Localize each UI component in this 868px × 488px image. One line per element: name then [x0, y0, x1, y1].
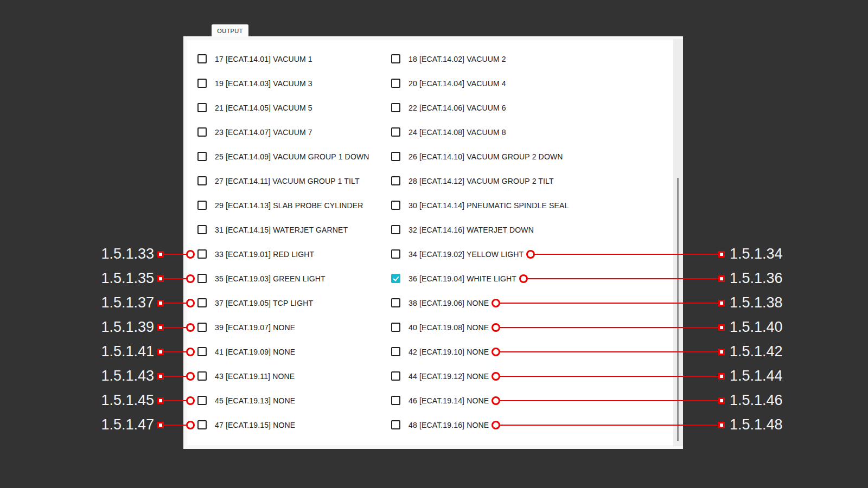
annotation-circle — [186, 372, 195, 381]
annotation-square-marker — [718, 300, 725, 306]
annotation-label: 1.5.1.34 — [730, 245, 783, 262]
output-item: 27 [ECAT.14.11] VACUUM GROUP 1 TILT — [197, 169, 391, 193]
output-row: 31 [ECAT.14.15] WATERJET GARNET32 [ECAT.… — [197, 217, 669, 242]
annotation-square-marker — [157, 397, 164, 404]
output-row: 35 [ECAT.19.03] GREEN LIGHT36 [ECAT.19.0… — [197, 266, 669, 291]
scrollbar-track[interactable] — [673, 39, 683, 446]
checkbox[interactable] — [197, 298, 207, 307]
output-item: 44 [ECAT.19.12] NONE — [391, 364, 500, 388]
checkbox[interactable] — [391, 127, 400, 137]
annotation-square-marker — [157, 422, 164, 428]
checkbox[interactable] — [391, 201, 400, 210]
output-item: 47 [ECAT.19.15] NONE — [197, 413, 391, 437]
checkbox[interactable] — [391, 103, 400, 112]
checkbox[interactable] — [197, 371, 207, 381]
checkbox[interactable] — [391, 396, 400, 405]
checkbox-label: 47 [ECAT.19.15] NONE — [215, 421, 295, 429]
checkbox[interactable] — [197, 225, 207, 234]
checkbox[interactable] — [391, 420, 400, 429]
tab-output[interactable]: OUTPUT — [212, 24, 248, 37]
checkbox-label: 48 [ECAT.19.16] NONE — [409, 421, 489, 429]
checkbox[interactable] — [391, 274, 400, 283]
checkbox[interactable] — [391, 54, 400, 63]
checkbox-label: 30 [ECAT.14.14] PNEUMATIC SPINDLE SEAL — [409, 201, 569, 210]
scrollbar-thumb[interactable] — [677, 178, 679, 441]
checkbox[interactable] — [391, 225, 400, 234]
checkbox[interactable] — [197, 79, 207, 88]
checkbox-label: 28 [ECAT.14.12] VACUUM GROUP 2 TILT — [409, 177, 554, 185]
checkbox[interactable] — [197, 420, 207, 429]
checkbox[interactable] — [197, 103, 207, 112]
checkbox-label: 41 [ECAT.19.09] NONE — [215, 348, 295, 356]
checkbox[interactable] — [197, 152, 207, 161]
output-item: 35 [ECAT.19.03] GREEN LIGHT — [197, 266, 391, 291]
annotation-label: 1.5.1.35 — [101, 269, 154, 286]
output-item: 28 [ECAT.14.12] VACUUM GROUP 2 TILT — [391, 169, 554, 193]
checkbox[interactable] — [391, 176, 400, 185]
checkbox[interactable] — [391, 249, 400, 259]
annotation-label: 1.5.1.42 — [730, 343, 783, 359]
annotation-circle — [186, 250, 195, 259]
annotation-square-marker — [157, 373, 164, 380]
output-item: 18 [ECAT.14.02] VACUUM 2 — [391, 47, 506, 71]
output-item: 36 [ECAT.19.04] WHITE LIGHT — [391, 266, 528, 291]
output-item: 22 [ECAT.14.06] VACUUM 6 — [391, 95, 506, 120]
annotation-label: 1.5.1.38 — [730, 294, 783, 311]
output-row: 27 [ECAT.14.11] VACUUM GROUP 1 TILT28 [E… — [197, 169, 669, 193]
checkbox-label: 20 [ECAT.14.04] VACUUM 4 — [409, 79, 506, 88]
checkbox[interactable] — [197, 201, 207, 210]
output-item: 32 [ECAT.14.16] WATERJET DOWN — [391, 217, 534, 242]
output-row: 43 [ECAT.19.11] NONE44 [ECAT.19.12] NONE — [197, 364, 669, 388]
checkbox-label: 44 [ECAT.19.12] NONE — [409, 372, 489, 381]
output-row: 39 [ECAT.19.07] NONE40 [ECAT.19.08] NONE — [197, 315, 669, 339]
output-item: 42 [ECAT.19.10] NONE — [391, 339, 500, 364]
checkbox[interactable] — [197, 323, 207, 332]
output-item: 21 [ECAT.14.05] VACUUM 5 — [197, 95, 391, 120]
checkbox[interactable] — [197, 396, 207, 405]
checkbox[interactable] — [391, 79, 400, 88]
annotation-circle — [492, 323, 500, 332]
annotation-circle — [186, 323, 195, 332]
output-item: 31 [ECAT.14.15] WATERJET GARNET — [197, 217, 391, 242]
checkbox[interactable] — [197, 176, 207, 185]
output-item: 26 [ECAT.14.10] VACUUM GROUP 2 DOWN — [391, 144, 563, 169]
output-row: 37 [ECAT.19.05] TCP LIGHT38 [ECAT.19.06]… — [197, 291, 669, 315]
checkbox[interactable] — [197, 347, 207, 356]
output-item: 38 [ECAT.19.06] NONE — [391, 291, 500, 315]
annotation-square-marker — [157, 275, 164, 282]
annotation-square-marker — [718, 422, 725, 428]
annotation-circle — [492, 348, 500, 356]
annotation-circle — [186, 348, 195, 356]
checkbox[interactable] — [197, 249, 207, 259]
annotation-label: 1.5.1.48 — [730, 416, 783, 433]
annotation-square-marker — [157, 349, 164, 355]
annotation-label: 1.5.1.40 — [730, 318, 783, 335]
checkbox[interactable] — [197, 127, 207, 137]
checkbox[interactable] — [391, 298, 400, 307]
checkbox-label: 22 [ECAT.14.06] VACUUM 6 — [409, 104, 506, 112]
output-row: 17 [ECAT.14.01] VACUUM 118 [ECAT.14.02] … — [197, 47, 669, 71]
checkbox[interactable] — [391, 347, 400, 356]
checkbox[interactable] — [197, 54, 207, 63]
checkbox[interactable] — [391, 152, 400, 161]
checkbox-label: 34 [ECAT.19.02] YELLOW LIGHT — [409, 250, 524, 259]
annotation-square-marker — [718, 275, 725, 282]
checkbox[interactable] — [197, 274, 207, 283]
checkbox-label: 29 [ECAT.14.13] SLAB PROBE CYLINDER — [215, 201, 363, 210]
annotation-label: 1.5.1.39 — [101, 318, 154, 335]
annotation-label: 1.5.1.47 — [101, 416, 154, 433]
checkbox-label: 40 [ECAT.19.08] NONE — [409, 323, 489, 332]
output-row: 23 [ECAT.14.07] VACUUM 724 [ECAT.14.08] … — [197, 120, 669, 144]
checkbox-label: 36 [ECAT.19.04] WHITE LIGHT — [409, 274, 516, 283]
checkbox-label: 45 [ECAT.19.13] NONE — [215, 396, 295, 405]
annotation-circle — [526, 250, 535, 259]
checkbox-label: 21 [ECAT.14.05] VACUUM 5 — [215, 104, 312, 112]
annotation-circle — [492, 421, 500, 429]
checkbox-label: 39 [ECAT.19.07] NONE — [215, 323, 295, 332]
checkbox[interactable] — [391, 371, 400, 381]
checkbox-label: 46 [ECAT.19.14] NONE — [409, 396, 489, 405]
output-row: 41 [ECAT.19.09] NONE42 [ECAT.19.10] NONE — [197, 339, 669, 364]
checkbox[interactable] — [391, 323, 400, 332]
annotation-label: 1.5.1.41 — [101, 343, 154, 359]
output-panel: 17 [ECAT.14.01] VACUUM 118 [ECAT.14.02] … — [183, 36, 683, 449]
